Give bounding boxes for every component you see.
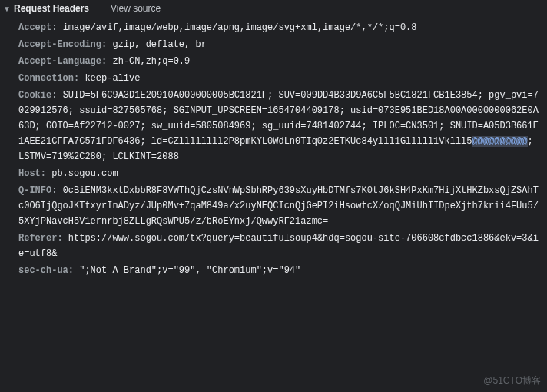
header-name: Q-INFO [18,185,63,196]
header-value: SUID=5F6C9A3D1E20910A000000005BC1821F; S… [18,90,539,162]
collapse-triangle-icon: ▼ [3,5,11,13]
section-title: Request Headers [14,3,89,14]
header-value: image/avif,image/webp,image/apng,image/s… [63,22,417,33]
header-name: Accept [18,22,63,33]
header-row[interactable]: Q-INFO0cBiENM3kxtDxbbR8F8VWThQjCzsNVnWpS… [18,183,541,229]
header-name: Connection [18,73,85,84]
header-name: Accept-Encoding [18,39,112,50]
header-value: gzip, deflate, br [112,39,206,50]
header-name: Referer [18,233,68,244]
header-value: ";Not A Brand";v="99", "Chromium";v="94" [79,265,300,276]
header-value: keep-alive [85,73,140,84]
headers-list: Acceptimage/avif,image/webp,image/apng,i… [0,17,547,284]
header-value: 0cBiENM3kxtDxbbR8F8VWThQjCzsNVnWpSbhRPy6… [18,185,539,227]
obscured-segment: @@@@@@@@@@ [472,136,528,147]
header-row[interactable]: Accept-Encodinggzip, deflate, br [18,37,541,52]
header-value: https://www.sogou.com/tx?query=beautiful… [18,233,539,259]
watermark: @51CTO博客 [483,374,541,387]
header-row[interactable]: Hostpb.sogou.com [18,166,541,181]
header-row[interactable]: CookieSUID=5F6C9A3D1E20910A000000005BC18… [18,88,541,164]
header-row[interactable]: Refererhttps://www.sogou.com/tx?query=be… [18,231,541,261]
header-row[interactable]: Acceptimage/avif,image/webp,image/apng,i… [18,20,541,35]
header-row[interactable]: Accept-Languagezh-CN,zh;q=0.9 [18,54,541,69]
header-name: Accept-Language [18,56,112,67]
header-value: zh-CN,zh;q=0.9 [112,56,190,67]
section-header[interactable]: ▼ Request Headers View source [0,0,547,17]
header-value: pb.sogou.com [51,168,118,179]
header-row[interactable]: Connectionkeep-alive [18,71,541,86]
header-name: Host [18,168,51,179]
header-row[interactable]: sec-ch-ua";Not A Brand";v="99", "Chromiu… [18,263,541,278]
header-name: sec-ch-ua [18,265,79,276]
view-source-link[interactable]: View source [111,3,161,14]
header-name: Cookie [18,90,63,101]
